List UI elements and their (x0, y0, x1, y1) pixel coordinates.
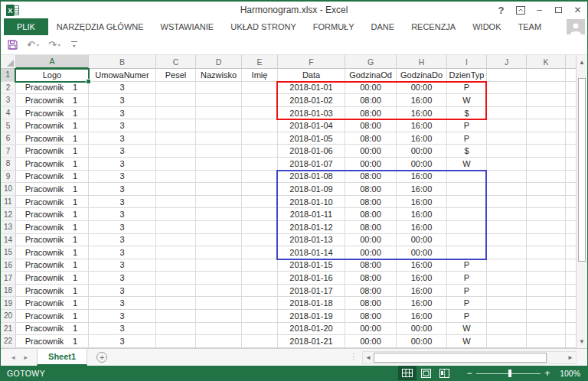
ribbon-tab-0[interactable]: NARZĘDZIA GŁÓWNE (48, 18, 152, 35)
cell[interactable] (527, 335, 566, 348)
cell[interactable]: P (447, 310, 487, 323)
cell[interactable]: Pracownik1 (16, 272, 89, 285)
ribbon-tab-2[interactable]: UKŁAD STRONY (222, 18, 305, 35)
cell[interactable] (242, 335, 278, 348)
cell[interactable]: P (447, 297, 487, 310)
column-header-G[interactable]: G (345, 55, 397, 69)
cell[interactable]: Pesel (156, 69, 196, 82)
undo-button[interactable]: ↶ ▾ (27, 40, 39, 50)
cell[interactable] (156, 310, 196, 323)
cell[interactable]: Pracownik1 (16, 196, 89, 209)
cell[interactable]: 08:00 (345, 107, 397, 120)
cell[interactable] (242, 183, 278, 196)
cell[interactable] (487, 171, 527, 184)
cell[interactable] (487, 310, 527, 323)
view-normal-button[interactable] (398, 366, 416, 380)
close-button[interactable]: ✕ (568, 2, 587, 18)
vertical-scroll-thumb[interactable] (578, 78, 586, 262)
tab-plik[interactable]: PLIK (4, 18, 48, 35)
cell[interactable]: 16:00 (397, 259, 447, 272)
cell[interactable] (487, 335, 527, 348)
cell[interactable] (447, 208, 487, 221)
row-header[interactable]: 6 (1, 132, 16, 145)
cell[interactable]: 08:00 (345, 196, 397, 209)
cell[interactable] (156, 119, 196, 132)
cell[interactable] (242, 234, 278, 247)
cell[interactable]: 00:00 (345, 82, 397, 95)
cell[interactable] (527, 171, 566, 184)
row-header[interactable]: 18 (1, 285, 16, 298)
cell[interactable] (196, 310, 242, 323)
column-header-E[interactable]: E (242, 55, 278, 69)
cell[interactable]: 08:00 (345, 94, 397, 107)
cell[interactable]: 16:00 (397, 196, 447, 209)
cell[interactable]: P (447, 259, 487, 272)
cell[interactable] (196, 272, 242, 285)
column-header-C[interactable]: C (156, 55, 196, 69)
column-header-J[interactable]: J (487, 55, 527, 69)
save-button[interactable] (8, 40, 18, 50)
vertical-scrollbar[interactable]: ▲ ▼ (576, 55, 587, 348)
cell[interactable] (487, 259, 527, 272)
row-header[interactable]: 9 (1, 171, 16, 184)
cell[interactable] (196, 246, 242, 259)
cell[interactable] (527, 82, 566, 95)
row-header[interactable]: 14 (1, 234, 16, 247)
cell[interactable]: Pracownik1 (16, 145, 89, 158)
cell[interactable]: 2018-01-03 (278, 107, 345, 120)
cell[interactable] (242, 323, 278, 336)
cell[interactable] (527, 246, 566, 259)
cell[interactable]: 16:00 (397, 107, 447, 120)
cell[interactable]: 08:00 (345, 119, 397, 132)
cell[interactable] (156, 234, 196, 247)
cell[interactable] (242, 119, 278, 132)
cell[interactable]: Pracownik1 (16, 297, 89, 310)
row-header[interactable]: 1 (1, 69, 16, 82)
cell[interactable]: 2018-01-09 (278, 183, 345, 196)
column-header-H[interactable]: H (397, 55, 447, 69)
cell[interactable]: 00:00 (397, 246, 447, 259)
row-header[interactable]: 4 (1, 107, 16, 120)
cell[interactable]: 08:00 (345, 259, 397, 272)
cell[interactable]: 2018-01-02 (278, 94, 345, 107)
cell[interactable] (242, 196, 278, 209)
cell[interactable] (156, 323, 196, 336)
cell[interactable] (196, 183, 242, 196)
row-header[interactable]: 13 (1, 221, 16, 234)
cell[interactable] (242, 82, 278, 95)
cell[interactable]: 16:00 (397, 297, 447, 310)
row-header[interactable]: 5 (1, 119, 16, 132)
cell[interactable] (242, 221, 278, 234)
cell[interactable] (242, 145, 278, 158)
cell[interactable] (527, 323, 566, 336)
sheet-prev-icon[interactable]: ◂ (11, 353, 15, 361)
cell[interactable] (487, 208, 527, 221)
cell[interactable] (242, 285, 278, 298)
cell[interactable]: GodzinaOd (345, 69, 397, 82)
cell[interactable] (242, 132, 278, 145)
ribbon-tab-7[interactable]: TEAM (509, 18, 550, 35)
row-header[interactable]: 7 (1, 145, 16, 158)
cell[interactable] (487, 183, 527, 196)
cell[interactable]: Pracownik1 (16, 208, 89, 221)
cell[interactable] (487, 285, 527, 298)
cell[interactable]: 3 (89, 145, 156, 158)
cell[interactable]: Pracownik1 (16, 132, 89, 145)
cell[interactable]: 2018-01-21 (278, 335, 345, 348)
cell[interactable]: Pracownik1 (16, 171, 89, 184)
cell[interactable]: W (447, 158, 487, 171)
tab-scrollbar-splitter[interactable]: ⋮ (350, 352, 358, 360)
cell[interactable] (156, 82, 196, 95)
cell[interactable] (527, 119, 566, 132)
cell[interactable] (156, 171, 196, 184)
cell[interactable] (156, 297, 196, 310)
cell[interactable] (487, 145, 527, 158)
cell[interactable]: 2018-01-17 (278, 285, 345, 298)
cell[interactable]: 08:00 (345, 221, 397, 234)
column-header-D[interactable]: D (196, 55, 242, 69)
cell[interactable] (487, 107, 527, 120)
cell[interactable]: 16:00 (397, 94, 447, 107)
cell[interactable] (156, 335, 196, 348)
minimize-button[interactable]: – (530, 2, 549, 18)
cell[interactable] (196, 208, 242, 221)
